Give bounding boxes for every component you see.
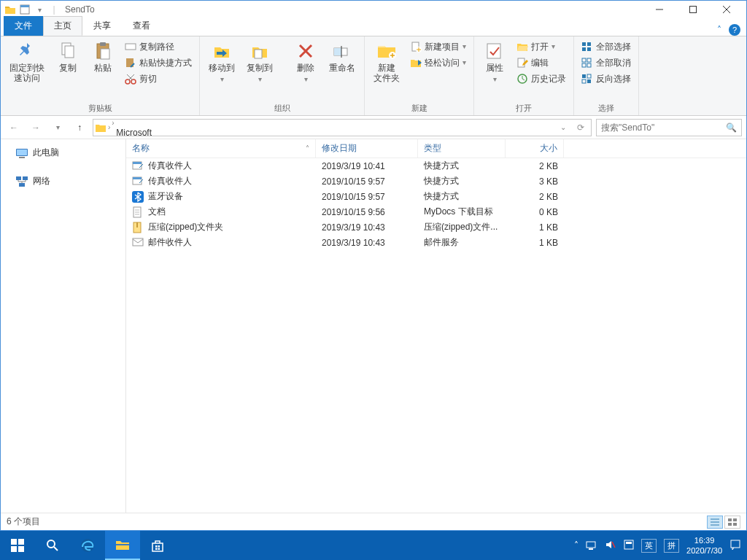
ribbon-collapse-icon[interactable]: ˄ xyxy=(717,25,721,35)
tray-ime-lang[interactable]: 英 xyxy=(641,539,657,553)
col-name[interactable]: 名称˄ xyxy=(126,139,316,158)
invert-button[interactable]: 反向选择 xyxy=(578,71,634,86)
copypath-button[interactable]: 复制路径 xyxy=(122,39,195,54)
tree-network[interactable]: 网络 xyxy=(1,172,125,190)
start-button[interactable] xyxy=(0,531,35,560)
view-details-button[interactable] xyxy=(707,516,723,529)
properties-icon xyxy=(484,41,505,61)
open-button[interactable]: 打开▾ xyxy=(514,39,569,54)
close-button[interactable] xyxy=(710,1,743,18)
status-bar: 6 个项目 xyxy=(1,513,746,530)
svg-rect-68 xyxy=(11,546,17,552)
address-bar[interactable]: › Administrator›AppData›Roaming›Microsof… xyxy=(93,119,592,136)
file-size: 2 KB xyxy=(506,192,564,202)
view-icons-button[interactable] xyxy=(724,516,740,529)
taskbar-search-button[interactable] xyxy=(35,531,70,560)
folder-icon xyxy=(4,3,17,16)
newitem-button[interactable]: 新建项目▾ xyxy=(407,39,469,54)
svg-rect-11 xyxy=(125,44,136,50)
file-icon xyxy=(132,176,144,187)
ribbon-tabs: 文件 主页 共享 查看 ˄ ? xyxy=(1,18,746,36)
easyaccess-button[interactable]: 轻松访问▾ xyxy=(407,55,469,70)
addr-refresh-icon[interactable]: ⟳ xyxy=(572,119,589,136)
pasteshortcut-button[interactable]: 粘贴快捷方式 xyxy=(122,55,195,70)
cut-button[interactable]: 剪切 xyxy=(122,71,195,86)
file-size: 2 KB xyxy=(506,161,564,171)
file-size: 0 KB xyxy=(506,207,564,217)
search-box[interactable]: 🔍 xyxy=(596,119,742,136)
tray-ime-icon[interactable] xyxy=(624,540,634,552)
paste-button[interactable]: 粘贴 xyxy=(87,38,119,73)
tray-clock[interactable]: 16:39 2020/7/30 xyxy=(686,535,722,556)
qat-dropdown-icon[interactable]: ▾ xyxy=(33,3,46,16)
file-type: 快捷方式 xyxy=(418,160,506,172)
ribbon-group-open: 属性▾ 打开▾ 编辑 历史记录 打开 xyxy=(474,36,574,115)
svg-rect-77 xyxy=(158,548,160,551)
tab-file[interactable]: 文件 xyxy=(4,16,43,36)
pin-icon xyxy=(17,41,37,61)
tray-notifications-icon[interactable] xyxy=(729,539,741,553)
delete-button[interactable]: 删除▾ xyxy=(290,38,322,85)
selectnone-icon xyxy=(581,57,593,69)
newfolder-icon xyxy=(376,41,397,61)
col-size[interactable]: 大小 xyxy=(506,139,564,158)
svg-rect-34 xyxy=(587,58,591,62)
svg-rect-36 xyxy=(587,63,591,67)
file-name: 蓝牙设备 xyxy=(148,190,183,203)
file-row[interactable]: 传真收件人2019/10/15 9:57快捷方式3 KB xyxy=(126,174,746,189)
qat-properties-icon[interactable] xyxy=(18,3,31,16)
newfolder-button[interactable]: 新建 文件夹 xyxy=(369,38,404,83)
tray-volume-icon[interactable] xyxy=(605,540,616,552)
taskbar-store-button[interactable] xyxy=(140,531,175,560)
nav-forward-button[interactable]: → xyxy=(27,119,44,136)
tray-overflow-icon[interactable]: ˄ xyxy=(574,540,578,551)
qat-separator: | xyxy=(47,3,61,16)
file-name: 文档 xyxy=(148,206,166,218)
file-type: 邮件服务 xyxy=(418,236,506,249)
col-type[interactable]: 类型 xyxy=(418,139,506,158)
tab-home[interactable]: 主页 xyxy=(43,16,82,36)
addr-dropdown-icon[interactable]: ⌄ xyxy=(554,119,572,136)
copyto-button[interactable]: 复制到▾ xyxy=(242,38,277,85)
nav-up-button[interactable]: ↑ xyxy=(71,119,88,136)
explorer-body: 此电脑 网络 名称˄ 修改日期 类型 大小 传真收件人2019/3/19 10:… xyxy=(1,139,746,513)
paste-icon xyxy=(93,41,113,61)
taskbar-explorer-button[interactable] xyxy=(105,531,140,560)
file-date: 2019/10/15 9:56 xyxy=(316,207,418,217)
search-input[interactable] xyxy=(601,122,726,133)
file-row[interactable]: 邮件收件人2019/3/19 10:43邮件服务1 KB xyxy=(126,235,746,250)
selectall-button[interactable]: 全部选择 xyxy=(578,39,634,54)
copy-button[interactable]: 复制 xyxy=(52,38,84,73)
file-icon xyxy=(132,222,144,233)
breadcrumb-item[interactable]: Microsoft xyxy=(112,128,172,136)
tray-ime-mode[interactable]: 拼 xyxy=(664,539,679,553)
file-row[interactable]: 文档2019/10/15 9:56MyDocs 下载目标0 KB xyxy=(126,204,746,219)
edit-icon xyxy=(516,57,528,69)
file-row[interactable]: 蓝牙设备2019/10/15 9:57快捷方式2 KB xyxy=(126,189,746,204)
svg-rect-65 xyxy=(733,523,737,526)
tab-view[interactable]: 查看 xyxy=(122,16,161,36)
col-date[interactable]: 修改日期 xyxy=(316,139,418,158)
rename-icon xyxy=(332,41,352,61)
svg-rect-48 xyxy=(133,162,142,164)
rename-button[interactable]: 重命名 xyxy=(325,38,360,73)
properties-button[interactable]: 属性▾ xyxy=(479,38,511,85)
pin-quickaccess-button[interactable]: 固定到快 速访问 xyxy=(5,38,49,83)
maximize-button[interactable] xyxy=(676,1,710,18)
nav-recent-button[interactable]: ▾ xyxy=(49,119,66,136)
moveto-button[interactable]: 移动到▾ xyxy=(204,38,239,85)
tab-share[interactable]: 共享 xyxy=(82,16,122,36)
history-icon xyxy=(516,73,528,85)
tree-thispc[interactable]: 此电脑 xyxy=(1,144,125,162)
help-icon[interactable]: ? xyxy=(729,24,740,36)
file-row[interactable]: 传真收件人2019/3/19 10:41快捷方式2 KB xyxy=(126,158,746,174)
history-button[interactable]: 历史记录 xyxy=(514,71,569,86)
minimize-button[interactable] xyxy=(643,1,676,18)
taskbar-edge-button[interactable] xyxy=(70,531,105,560)
tray-network-icon[interactable] xyxy=(586,540,597,552)
svg-rect-78 xyxy=(587,542,595,548)
selectnone-button[interactable]: 全部取消 xyxy=(578,55,634,70)
file-row[interactable]: 压缩(zipped)文件夹2019/3/19 10:43压缩(zipped)文件… xyxy=(126,219,746,235)
nav-back-button[interactable]: ← xyxy=(5,119,23,136)
edit-button[interactable]: 编辑 xyxy=(514,55,569,70)
